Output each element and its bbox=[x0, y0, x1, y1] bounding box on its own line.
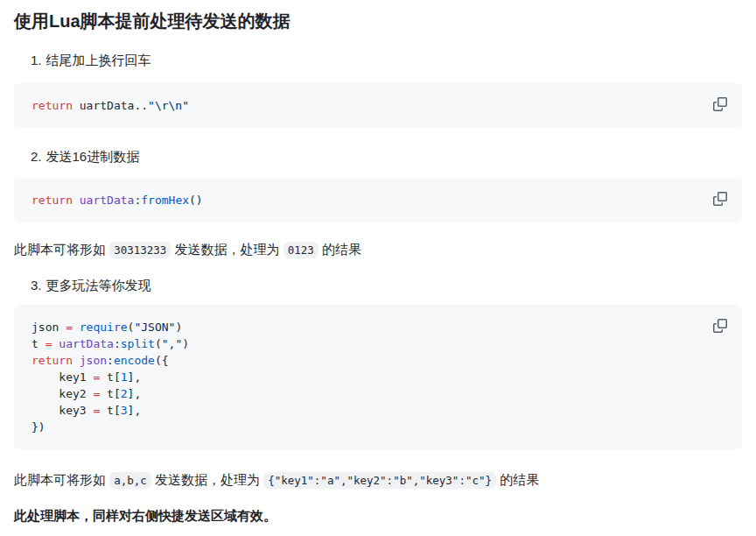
code-line: return uartData.."\r\n" bbox=[32, 97, 724, 114]
code-line: return json:encode({ bbox=[32, 352, 724, 369]
code-line: key3 = t[3], bbox=[32, 402, 724, 419]
code-content-from-hex: return uartData:fromHex() bbox=[32, 192, 724, 208]
code-content-append-crlf: return uartData.."\r\n" bbox=[32, 97, 724, 114]
paragraph-json-example: 此脚本可将形如 a,b,c 发送数据，处理为 {"key1":"a","key2… bbox=[14, 470, 742, 490]
inline-code: {"key1":"a","key2":"b","key3":"c"} bbox=[263, 472, 496, 489]
copy-button[interactable] bbox=[710, 95, 730, 114]
copy-icon bbox=[713, 319, 727, 333]
list-item-2: 2. 发送16进制数据 bbox=[14, 147, 742, 166]
list-marker-3: 3. bbox=[31, 276, 42, 294]
code-block-from-hex: return uartData:fromHex() bbox=[14, 178, 742, 222]
footer-note: 此处理脚本，同样对右侧快捷发送区域有效。 bbox=[14, 506, 742, 525]
markdown-document: 使用Lua脚本提前处理待发送的数据 1. 结尾加上换行回车 return uar… bbox=[14, 11, 742, 525]
list-marker-2: 2. bbox=[31, 147, 42, 166]
copy-button[interactable] bbox=[710, 316, 730, 335]
code-block-append-crlf: return uartData.."\r\n" bbox=[14, 83, 742, 128]
list-item-2-label: 发送16进制数据 bbox=[46, 147, 140, 166]
code-line: key1 = t[1], bbox=[32, 369, 724, 385]
inline-code: a,b,c bbox=[109, 472, 151, 489]
code-line: json = require("JSON") bbox=[32, 319, 724, 335]
code-line: return uartData:fromHex() bbox=[32, 192, 724, 208]
code-line: }) bbox=[32, 419, 724, 435]
list-item-1-label: 结尾加上换行回车 bbox=[46, 51, 151, 69]
code-line: t = uartData:split(",") bbox=[32, 335, 724, 352]
list-marker-1: 1. bbox=[31, 51, 42, 69]
list-item-1: 1. 结尾加上换行回车 bbox=[14, 51, 742, 69]
code-content-json-encode: json = require("JSON")t = uartData:split… bbox=[32, 319, 724, 435]
copy-icon bbox=[713, 97, 727, 111]
code-line: key2 = t[2], bbox=[32, 385, 724, 402]
list-item-3-label: 更多玩法等你发现 bbox=[46, 276, 151, 294]
inline-code: 30313233 bbox=[109, 242, 171, 258]
list-item-3: 3. 更多玩法等你发现 bbox=[14, 276, 742, 294]
paragraph-hex-example: 此脚本可将形如 30313233 发送数据，处理为 0123 的结果 bbox=[14, 240, 742, 260]
copy-icon bbox=[713, 192, 727, 206]
inline-code: 0123 bbox=[284, 242, 318, 258]
copy-button[interactable] bbox=[710, 189, 730, 208]
page-title: 使用Lua脚本提前处理待发送的数据 bbox=[14, 11, 742, 32]
code-block-json-encode: json = require("JSON")t = uartData:split… bbox=[14, 305, 742, 449]
